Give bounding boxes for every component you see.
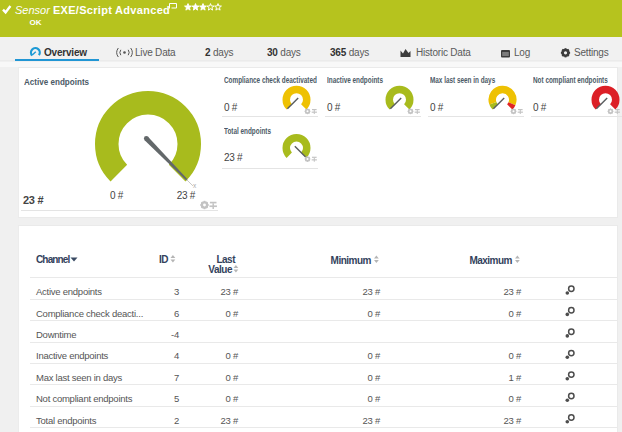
svg-text:x: x <box>193 182 197 189</box>
